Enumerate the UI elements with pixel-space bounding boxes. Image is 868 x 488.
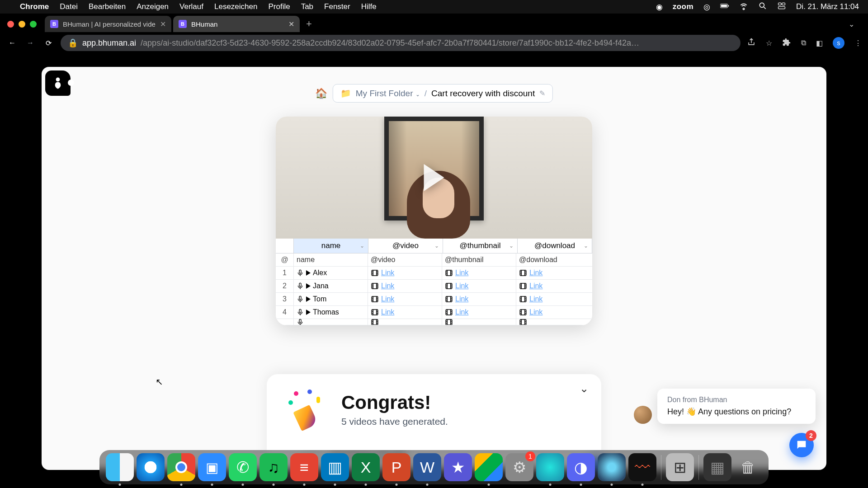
cell-download[interactable]: Link — [516, 267, 590, 279]
video-preview[interactable] — [276, 117, 592, 239]
menu-verlauf[interactable]: Verlauf — [179, 2, 203, 11]
reading-list-icon[interactable]: ⧉ — [801, 39, 806, 47]
close-tab-icon[interactable]: ✕ — [288, 20, 294, 28]
cell-video[interactable]: Link — [368, 267, 442, 279]
cell-name[interactable]: Thomas — [294, 306, 368, 319]
link-text[interactable]: Link — [529, 282, 542, 290]
dock-spotify[interactable]: ♫ — [259, 453, 288, 481]
dock-finder[interactable] — [106, 453, 134, 481]
cell-thumbnail[interactable]: Link — [442, 267, 516, 279]
link-text[interactable]: Link — [381, 269, 394, 277]
screen-record-icon[interactable]: ◎ — [703, 2, 710, 12]
menu-tab[interactable]: Tab — [301, 2, 313, 11]
link-text[interactable]: Link — [529, 269, 542, 277]
menu-fenster[interactable]: Fenster — [324, 2, 350, 11]
link-text[interactable]: Link — [455, 308, 468, 316]
link-text[interactable]: Link — [455, 269, 468, 277]
zoom-status[interactable]: zoom — [673, 2, 693, 11]
dock-excel[interactable]: X — [352, 453, 380, 481]
close-tab-icon[interactable]: ✕ — [160, 20, 166, 28]
link-text[interactable]: Link — [381, 308, 394, 316]
cell-thumbnail[interactable]: Link — [442, 293, 516, 305]
link-text[interactable]: Link — [455, 295, 468, 303]
menu-datei[interactable]: Datei — [60, 2, 78, 11]
cell-download[interactable]: Link — [516, 280, 590, 292]
cell-download[interactable]: Link — [516, 306, 590, 319]
chat-launcher-button[interactable]: 2 — [789, 433, 814, 457]
share-icon[interactable] — [747, 38, 756, 48]
dock-app-unknown[interactable] — [536, 453, 564, 481]
dock-trello[interactable]: ▥ — [321, 453, 349, 481]
play-icon[interactable] — [306, 283, 311, 289]
cell-download[interactable]: Link — [516, 293, 590, 305]
chat-message-box[interactable]: Don from BHuman Hey! 👋 Any questions on … — [657, 389, 816, 424]
cell-name[interactable]: Tom — [294, 293, 368, 305]
home-icon[interactable]: 🏠 — [315, 88, 327, 99]
dock-google-drive[interactable] — [475, 453, 503, 481]
tabs-overflow-button[interactable]: ⌄ — [849, 20, 863, 28]
back-button[interactable]: ← — [6, 37, 18, 49]
tab-1[interactable]: B BHuman | AI personalized vide ✕ — [45, 16, 171, 32]
dock-imovie[interactable]: ★ — [444, 453, 472, 481]
cell-video[interactable]: Link — [368, 280, 442, 292]
cell-thumbnail[interactable]: Link — [442, 306, 516, 319]
play-icon[interactable] — [306, 270, 311, 276]
dock-recents[interactable]: ▦ — [703, 453, 731, 481]
menu-bearbeiten[interactable]: Bearbeiten — [89, 2, 126, 11]
dock-system-settings[interactable]: ⚙1 — [505, 453, 533, 481]
dock-todoist[interactable]: ≡ — [290, 453, 318, 481]
link-text[interactable]: Link — [529, 295, 542, 303]
breadcrumb-folder[interactable]: My First Folder ⌄ — [356, 89, 420, 99]
link-text[interactable]: Link — [455, 282, 468, 290]
cell-name[interactable]: Jana — [294, 280, 368, 292]
dock-safari[interactable] — [137, 453, 165, 481]
battery-icon[interactable] — [720, 1, 729, 13]
record-icon[interactable]: ◉ — [656, 2, 663, 12]
address-bar[interactable]: 🔒 app.bhuman.ai/apps/ai-studio/daf32cf3-… — [61, 35, 741, 51]
play-icon[interactable] — [424, 164, 444, 191]
browser-menu-icon[interactable]: ⋮ — [854, 39, 862, 47]
menu-hilfe[interactable]: Hilfe — [361, 2, 377, 11]
forward-button[interactable]: → — [24, 37, 36, 49]
tab-2[interactable]: B BHuman ✕ — [173, 16, 300, 32]
side-panel-icon[interactable]: ◧ — [816, 39, 823, 47]
column-tab-thumbnail[interactable]: @thumbnail⌄ — [443, 239, 518, 253]
dock-voice-memos[interactable]: 〰 — [628, 453, 656, 481]
column-tab-download[interactable]: @download⌄ — [518, 239, 592, 253]
column-tab-video[interactable]: @video⌄ — [368, 239, 443, 253]
cell-video[interactable]: Link — [368, 306, 442, 319]
dock-word[interactable]: W — [413, 453, 441, 481]
menubar-datetime[interactable]: Di. 21. März 11:04 — [796, 2, 859, 11]
dock-discord[interactable]: ◑ — [567, 453, 595, 481]
close-window-button[interactable] — [7, 21, 14, 28]
maximize-window-button[interactable] — [30, 21, 37, 28]
menu-lesezeichen[interactable]: Lesezeichen — [214, 2, 257, 11]
dock-calculator[interactable]: ⊞ — [666, 453, 694, 481]
link-text[interactable]: Link — [381, 295, 394, 303]
dock-chrome[interactable] — [167, 453, 195, 481]
dock-zoom[interactable]: ▣ — [198, 453, 226, 481]
link-text[interactable]: Link — [529, 308, 542, 316]
link-text[interactable]: Link — [381, 282, 394, 290]
profile-avatar-button[interactable]: s — [833, 37, 844, 49]
reload-button[interactable]: ⟳ — [42, 37, 54, 49]
column-tab-name[interactable]: name⌄ — [294, 239, 368, 253]
cell-thumbnail[interactable]: Link — [442, 280, 516, 292]
dock-quicktime[interactable] — [598, 453, 626, 481]
bookmark-star-icon[interactable]: ☆ — [766, 39, 772, 47]
collapse-panel-icon[interactable]: ⌄ — [580, 382, 589, 395]
edit-icon[interactable]: ✎ — [539, 89, 545, 98]
new-tab-button[interactable]: + — [302, 18, 316, 30]
cell-name[interactable]: Alex — [294, 267, 368, 279]
dock-trash[interactable]: 🗑 — [734, 453, 762, 481]
extensions-icon[interactable] — [782, 38, 791, 48]
control-center-icon[interactable] — [777, 1, 786, 13]
wifi-icon[interactable] — [739, 1, 748, 13]
play-icon[interactable] — [306, 296, 311, 302]
search-icon[interactable] — [758, 1, 767, 13]
app-logo[interactable] — [45, 70, 71, 96]
minimize-window-button[interactable] — [19, 21, 25, 28]
menubar-app-name[interactable]: Chrome — [20, 2, 49, 11]
menu-anzeigen[interactable]: Anzeigen — [137, 2, 169, 11]
play-icon[interactable] — [306, 310, 311, 315]
